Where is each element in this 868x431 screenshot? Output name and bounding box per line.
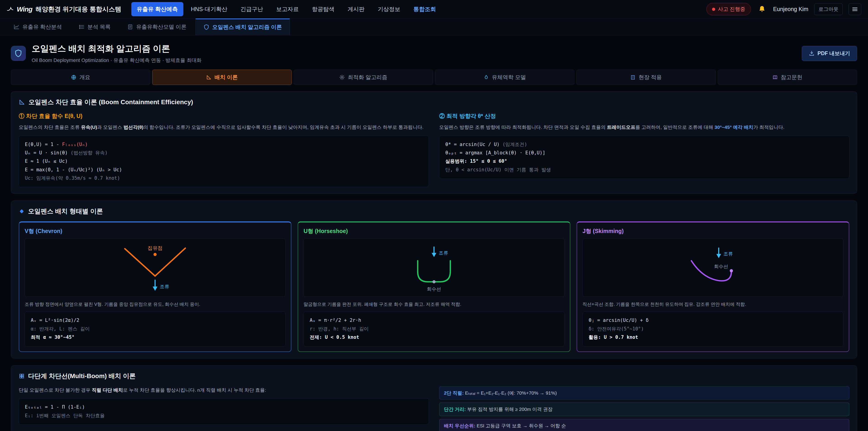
shape-caption: 조류 방향 정면에서 양옆으로 펼친 V형. 기름을 중앙 집유점으로 유도, … xyxy=(25,301,285,308)
section-tab-label: 최적화 알고리즘 xyxy=(348,74,387,81)
recovery-vessel-label: 회수선 xyxy=(714,264,728,269)
recovery-vessel-dot xyxy=(730,269,733,272)
shape-card-skimming: J형 (Skimming) 조류 회수선 직선+곡선 조합. 기름을 한쪽으로 … xyxy=(577,221,849,352)
current-arrowhead xyxy=(432,253,436,257)
recovery-vessel-dot xyxy=(432,280,436,283)
app-title: 해양환경 위기대응 통합시스템 xyxy=(35,5,121,13)
incident-label: 사고 진행중 xyxy=(718,6,745,13)
multiboom-formula-block: Eₜₒₜₐₗ = 1 - Π (1-Eᵢ) Eᵢ: i번째 오일펜스 단독 차단… xyxy=(19,398,429,425)
multiboom-columns: 단일 오일펜스로 차단 불가한 경우 직렬 다단 배치로 누적 차단 효율을 향… xyxy=(19,386,849,431)
user-name: Eunjeong Kim xyxy=(773,6,808,12)
tab-label: 유출유 확산분석 xyxy=(22,23,62,31)
optimal-angle-paragraph: 오일펜스 방향은 조류 방향에 따라 최적화됩니다. 차단 면적과 오일 수집 … xyxy=(439,123,849,131)
section-tab-optimization[interactable]: 최적화 알고리즘 xyxy=(293,70,433,85)
list-icon xyxy=(79,24,85,30)
nav-item-board[interactable]: 게시판 xyxy=(342,2,370,16)
card-title: 다단계 차단선(Multi-Boom) 배치 이론 xyxy=(28,372,135,380)
droplet-icon xyxy=(484,74,489,80)
section-tab-hydrodynamics[interactable]: 유체역학 모델 xyxy=(435,70,575,85)
download-icon xyxy=(809,51,815,56)
card-title: 오일펜스 차단 효율 이론 (Boom Containment Efficien… xyxy=(29,98,193,106)
notifications-button[interactable] xyxy=(757,4,767,14)
brand: Wing 해양환경 위기대응 통합시스템 xyxy=(7,5,121,13)
page-icon-badge xyxy=(11,46,26,61)
tab-analysis-list[interactable]: 분석 목록 xyxy=(71,19,119,35)
diamond-icon xyxy=(19,208,25,214)
top-navigation-bar: Wing 해양환경 위기대응 통합시스템 유출유 확산예측 HNS·대기확산 긴… xyxy=(0,0,868,19)
shape-formula-block: Aᵤ = π·r²/2 + 2r·h r: 반경, h: 직선부 길이 전제: … xyxy=(304,311,564,346)
section-tab-overview[interactable]: 개요 xyxy=(11,70,150,85)
card-title-row: 오일펜스 차단 효율 이론 (Boom Containment Efficien… xyxy=(19,98,849,106)
multiboom-note-row: 배치 우선순위: ESI 고등급 구역 보호 → 취수원 → 어항 순 xyxy=(439,419,849,431)
boom-efficiency-card: 오일펜스 차단 효율 이론 (Boom Containment Efficien… xyxy=(11,91,857,194)
pdf-export-button[interactable]: PDF 내보내기 xyxy=(802,46,857,61)
set-square-icon xyxy=(19,99,25,105)
incident-dot-icon xyxy=(712,8,715,11)
book-icon xyxy=(772,74,778,80)
tab-boom-algorithm-theory[interactable]: 오일펜스 배치 알고리즘 이론 xyxy=(195,19,290,35)
section-tab-label: 참고문헌 xyxy=(781,74,802,81)
globe-icon xyxy=(71,74,76,80)
topbar-right-cluster: 사고 진행중 Eunjeong Kim 로그아웃 xyxy=(706,3,861,16)
nav-item-aerial-search[interactable]: 항공탐색 xyxy=(307,2,340,16)
nav-item-hns-atmospheric[interactable]: HNS·대기확산 xyxy=(186,2,233,16)
efficiency-columns: ① 차단 효율 함수 E(θ, U) 오일펜스의 차단 효율은 조류 유속(U)… xyxy=(19,112,849,187)
section-tab-field-application[interactable]: 현장 적용 xyxy=(576,70,716,85)
optimal-angle-heading: ② 최적 방향각 θ* 산정 xyxy=(439,112,849,120)
shape-card-horseshoe: U형 (Horseshoe) 조류 회수선 말굽형으로 기름을 완전 포위. 폐… xyxy=(298,221,570,352)
optimal-angle-formula-block: θ* = arcsin(Uc / U) (임계조건) θₒₚₜ = argmax… xyxy=(439,135,849,179)
shield-icon xyxy=(204,24,209,30)
nav-item-spill-prediction[interactable]: 유출유 확산예측 xyxy=(131,2,183,16)
wing-logo-icon xyxy=(7,6,13,13)
shape-caption: 직선+곡선 조합. 기름을 한쪽으로 천천히 유도하여 집유. 강조류 연안 배… xyxy=(583,301,843,308)
tab-label: 오일펜스 배치 알고리즘 이론 xyxy=(212,24,282,31)
card-title: 오일펜스 배치 형태별 이론 xyxy=(28,207,103,216)
collection-point-label: 집유점 xyxy=(148,245,162,251)
card-title-row: 오일펜스 배치 형태별 이론 xyxy=(19,207,849,216)
nav-item-reports[interactable]: 보고자료 xyxy=(271,2,304,16)
shape-title: V형 (Chevron) xyxy=(25,227,285,235)
u-boom-line xyxy=(418,261,450,282)
page-subtitle: Oil Boom Deployment Optimization · 유출유 확… xyxy=(32,57,202,64)
hamburger-menu-button[interactable] xyxy=(848,3,861,15)
nav-item-emergency-rescue[interactable]: 긴급구난 xyxy=(235,2,269,16)
pdf-export-label: PDF 내보내기 xyxy=(817,50,850,57)
multiboom-note-row: 단간 거리: 부유 집적 방지를 위해 ≥ 200m 이격 권장 xyxy=(439,402,849,416)
shape-card-chevron: V형 (Chevron) 집유점 조류 조류 방향 정면에서 양옆으로 펼친 V… xyxy=(19,221,291,352)
gear-icon xyxy=(339,74,345,80)
efficiency-function-heading: ① 차단 효율 함수 E(θ, U) xyxy=(19,112,429,120)
page-title-group: 오일펜스 배치 최적화 알고리즘 이론 Oil Boom Deployment … xyxy=(32,43,202,64)
page-header: 오일펜스 배치 최적화 알고리즘 이론 Oil Boom Deployment … xyxy=(0,35,868,70)
tab-diffusion-model-theory[interactable]: 유출유확산모델 이론 xyxy=(120,19,194,35)
multi-boom-card: 다단계 차단선(Multi-Boom) 배치 이론 단일 오일펜스로 차단 불가… xyxy=(11,365,857,431)
efficiency-formula-block: E(θ,U) = 1 - Fₗₒₛₛ(Uₙ) Uₙ = U · sin(θ) (… xyxy=(19,135,429,187)
efficiency-function-paragraph: 오일펜스의 차단 효율은 조류 유속(U)과 오일펜스 법선각(θ)의 함수입니… xyxy=(19,123,429,131)
tab-spill-analysis[interactable]: 유출유 확산분석 xyxy=(6,19,70,35)
current-arrowhead xyxy=(153,286,158,291)
multiboom-left-column: 단일 오일펜스로 차단 불가한 경우 직렬 다단 배치로 누적 차단 효율을 향… xyxy=(19,386,429,425)
grid-icon xyxy=(19,373,25,379)
document-icon xyxy=(127,24,133,30)
card-title-row: 다단계 차단선(Multi-Boom) 배치 이론 xyxy=(19,372,849,380)
logout-button[interactable]: 로그아웃 xyxy=(814,3,843,15)
shape-grid: V형 (Chevron) 집유점 조류 조류 방향 정면에서 양옆으로 펼친 V… xyxy=(19,221,849,352)
shape-title: U형 (Horseshoe) xyxy=(304,227,564,235)
tab-label: 유출유확산모델 이론 xyxy=(136,23,186,31)
efficiency-left-column: ① 차단 효율 함수 E(θ, U) 오일펜스의 차단 효율은 조류 유속(U)… xyxy=(19,112,429,187)
bell-icon xyxy=(758,5,766,13)
main-content: 오일펜스 차단 효율 이론 (Boom Containment Efficien… xyxy=(0,91,868,431)
main-nav: 유출유 확산예측 HNS·대기확산 긴급구난 보고자료 항공탐색 게시판 기상정… xyxy=(131,2,696,16)
section-tab-references[interactable]: 참고문헌 xyxy=(718,70,857,85)
incident-status-badge[interactable]: 사고 진행중 xyxy=(706,3,751,16)
shape-title: J형 (Skimming) xyxy=(583,227,843,235)
section-tab-label: 배치 이론 xyxy=(215,74,238,81)
section-tab-label: 현장 적용 xyxy=(639,74,662,81)
current-label: 조류 xyxy=(439,250,448,255)
shape-formula-block: Aᵥ = L²·sin(2α)/2 α: 반개각, L: 펜스 길이 최적 α … xyxy=(25,311,285,346)
section-tab-deployment-theory[interactable]: 배치 이론 xyxy=(152,70,291,85)
nav-item-integrated-search[interactable]: 통합조회 xyxy=(408,2,441,16)
collection-point-dot xyxy=(153,253,157,256)
j-shape-diagram: 조류 회수선 xyxy=(583,239,843,297)
nav-item-weather[interactable]: 기상정보 xyxy=(372,2,406,16)
v-boom-line xyxy=(125,248,185,276)
